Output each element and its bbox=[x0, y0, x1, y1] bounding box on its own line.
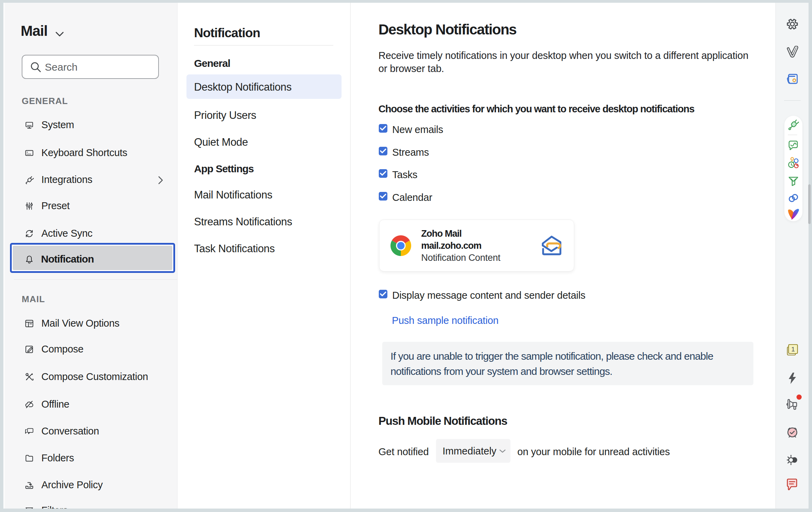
svg-text:1: 1 bbox=[791, 346, 795, 353]
